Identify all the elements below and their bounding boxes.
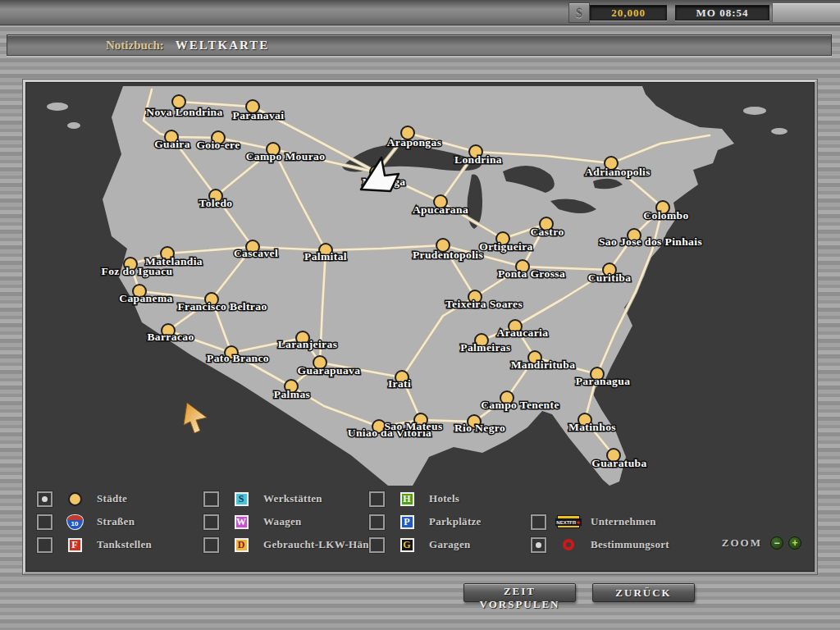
city-label: Palmas (274, 388, 310, 400)
city-label: Adrianopolis (585, 166, 651, 178)
money-display: 20,000 (590, 5, 667, 21)
legend-column: Städte10StraßenFTankstellen (37, 491, 152, 559)
dollar-icon: $ (568, 2, 590, 23)
legend-checkbox-st-dte[interactable] (37, 491, 52, 507)
legend-icon-cell: G (395, 538, 419, 552)
legend-checkbox-gebraucht-lkw-h-n[interactable] (203, 537, 219, 553)
legend-checkbox-parkpl-tze[interactable] (369, 514, 385, 530)
city-label: Goio-ere (196, 139, 240, 151)
city-label: Barracao (147, 331, 194, 343)
legend-icon-cell: S (229, 492, 253, 506)
legend-label: Städte (97, 492, 127, 505)
legend-column: NEXTFR★UnternehmenBestimmungsort (531, 514, 669, 559)
company-logo-text: NEXTFR★ (555, 518, 581, 526)
city-label: Mandirituba (511, 358, 576, 371)
skip-time-button[interactable]: ZEIT VORSPULEN (463, 583, 576, 602)
world-map[interactable]: Nova LondrinaParanavaiGuairaGoio-ereCamp… (29, 86, 812, 486)
map-legend: Städte10StraßenFTankstellenSWerkstättenW… (37, 491, 804, 566)
legend-row-parkpl-tze: PParkplätze (369, 514, 482, 530)
city-label: Castro (530, 226, 564, 238)
legend-checkbox-tankstellen[interactable] (37, 537, 52, 553)
time-display: MO 08:54 (675, 5, 769, 21)
legend-row-unternehmen: NEXTFR★Unternehmen (531, 514, 669, 530)
city-label: Curitiba (588, 272, 632, 284)
time-value: MO 08:54 (696, 7, 749, 20)
city-label: Campo Mourao (246, 150, 326, 162)
shield-number: 10 (71, 520, 79, 527)
legend-label: Waagen (263, 515, 302, 528)
fuel-icon: F (68, 538, 82, 552)
legend-icon-cell (62, 492, 87, 506)
shield-band (67, 515, 83, 520)
parking-icon: P (400, 515, 414, 529)
city-label: Palmital (304, 250, 347, 262)
city-icon (68, 492, 82, 506)
checkbox-dot (42, 496, 48, 502)
page-title: WELTKARTE (176, 39, 269, 52)
legend-label: Hotels (429, 492, 459, 505)
legend-icon-cell: H (395, 492, 419, 506)
legend-checkbox-waagen[interactable] (203, 514, 219, 530)
legend-row-werkst-tten: SWerkstätten (203, 491, 369, 507)
city-label: Cascavel (234, 247, 278, 259)
city-label: Paranagua (576, 375, 631, 387)
dest-icon (563, 539, 574, 550)
city-label: Laranjeiras (278, 338, 338, 350)
legend-checkbox-hotels[interactable] (369, 491, 385, 507)
city-label: Prudentopolis (413, 249, 483, 261)
legend-row-tankstellen: FTankstellen (37, 536, 152, 553)
workshop-icon: S (235, 492, 249, 506)
money-value: 20,000 (611, 7, 646, 20)
city-label: Sao Jose dos Pinhais (599, 235, 702, 248)
city-label: Sao Mateus (384, 420, 442, 432)
legend-row-st-dte: Städte (37, 491, 152, 507)
back-button[interactable]: ZURÜCK (592, 583, 695, 602)
legend-label: Unternehmen (591, 515, 656, 528)
company-logo-star: ★ (576, 520, 580, 525)
zoom-out-button[interactable]: − (770, 536, 783, 550)
legend-checkbox-stra-en[interactable] (37, 514, 52, 530)
dealer-icon: D (235, 538, 249, 552)
city-label: Matinhos (568, 421, 616, 433)
legend-label: Bestimmungsort (591, 538, 669, 551)
scale-icon: W (235, 515, 249, 529)
legend-icon-cell: W (229, 515, 253, 529)
map-island (743, 107, 766, 115)
city-label: Araucaria (497, 326, 549, 339)
topbar-blank-tile (772, 2, 840, 23)
legend-column: HHotelsPParkplätzeGGaragen (369, 491, 482, 559)
city-label: Capanema (119, 292, 172, 304)
city-label: Foz do Iguacu (102, 265, 173, 277)
city-label: Guaira (154, 138, 190, 150)
legend-row-gebraucht-lkw-h-n: DGebraucht-LKW-Hän (203, 536, 369, 553)
legend-label: Gebraucht-LKW-Hän (263, 538, 369, 551)
city-label: Apucarana (413, 203, 468, 216)
city-label: Ponta Grossa (498, 267, 565, 280)
legend-icon-cell: 10 (62, 514, 87, 530)
checkbox-dot (536, 542, 541, 548)
legend-checkbox-unternehmen[interactable] (531, 514, 546, 530)
top-status-bar: $ 20,000 MO 08:54 (0, 0, 840, 25)
legend-label: Straßen (97, 515, 135, 528)
legend-checkbox-bestimmungsort[interactable] (531, 537, 546, 553)
city-label: Teixeira Soares (445, 298, 523, 310)
notebook-header-bar: Notizbuch: WELTKARTE (7, 34, 832, 56)
city-label: Guarapuava (298, 364, 361, 377)
zoom-in-button[interactable]: + (788, 536, 801, 550)
legend-label: Werkstätten (263, 492, 322, 505)
legend-label: Tankstellen (97, 538, 152, 551)
legend-checkbox-werkst-tten[interactable] (203, 491, 219, 507)
hotel-icon: H (400, 492, 414, 506)
city-label: Guaratuba (591, 457, 646, 469)
legend-icon-cell: F (62, 538, 87, 552)
legend-label: Garagen (429, 538, 470, 551)
notebook-label: Notizbuch: (106, 39, 164, 52)
city-label: Nova Londrina (146, 106, 222, 118)
city-label: Irati (388, 377, 411, 390)
garage-icon: G (400, 538, 414, 552)
legend-icon-cell: P (395, 515, 419, 529)
legend-checkbox-garagen[interactable] (369, 537, 385, 553)
road-icon: 10 (66, 514, 84, 530)
city-label: Colombo (643, 209, 688, 221)
city-label: Francisco Beltrao (177, 300, 267, 313)
